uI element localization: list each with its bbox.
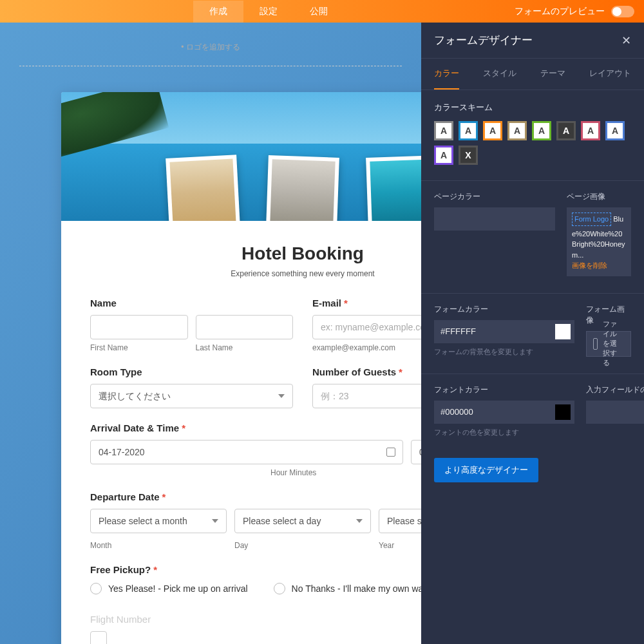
email-label: E-mail* — [312, 298, 421, 308]
departure-label: Departure Date* — [90, 491, 421, 502]
page-image-preview[interactable]: Form Logo Blue%20White%20Bright%20Honeym… — [567, 207, 631, 276]
nav-settings[interactable]: 設定 — [243, 1, 294, 23]
color-swatch[interactable]: A — [483, 121, 502, 140]
form-body: Hotel Booking Experience something new e… — [61, 221, 421, 644]
color-swatch[interactable]: X — [459, 146, 478, 165]
guests-input[interactable] — [312, 384, 421, 408]
color-swatch[interactable]: A — [532, 121, 551, 140]
color-swatch[interactable]: A — [581, 121, 600, 140]
email-input[interactable] — [312, 315, 421, 339]
last-name-sublabel: Last Name — [196, 343, 294, 352]
preview-toggle[interactable] — [611, 6, 634, 17]
nav-build[interactable]: 作成 — [193, 1, 243, 23]
tab-color[interactable]: カラー — [434, 59, 459, 90]
dep-year-select[interactable]: Please select a year — [379, 509, 421, 533]
hero-photo — [166, 155, 240, 221]
select-file-button[interactable]: ファイルを選択する — [586, 331, 631, 357]
last-name-input[interactable] — [196, 315, 294, 339]
hero-photo — [266, 155, 339, 221]
image-placeholder-icon: Form Logo — [572, 213, 611, 226]
tab-style[interactable]: スタイル — [483, 59, 516, 90]
dep-day-select[interactable]: Please select a day — [234, 509, 371, 533]
designer-panel: フォームデザイナー ✕ カラー スタイル テーマ レイアウト カラースキーム A… — [421, 23, 644, 644]
form-color-hint: フォームの背景色を変更します — [434, 347, 574, 357]
nav-publish[interactable]: 公開 — [294, 1, 344, 23]
color-swatch[interactable]: A — [556, 121, 576, 140]
hero-banner — [61, 92, 421, 221]
first-name-input[interactable] — [90, 315, 188, 339]
pickup-yes-option[interactable]: Yes Please! - Pick me up on arrival — [90, 583, 248, 594]
dep-year-sub: Year — [379, 541, 421, 550]
color-swatch[interactable]: A — [434, 121, 453, 140]
close-icon[interactable]: ✕ — [621, 33, 631, 48]
dep-month-select[interactable]: Please select a month — [90, 509, 227, 533]
input-bg-label: 入力フィールドの背景 — [586, 384, 644, 395]
dep-day-sub: Day — [234, 541, 371, 550]
advanced-designer-button[interactable]: より高度なデザイナー — [434, 458, 538, 482]
font-color-hint: フォントの色を変更します — [434, 428, 574, 437]
color-chip — [555, 324, 571, 339]
guests-label: Number of Guests* — [312, 366, 421, 377]
preview-label: フォームのプレビュー — [515, 6, 605, 17]
swatch-grid: AAAAAAAAAX — [434, 121, 631, 165]
radio-icon — [90, 583, 102, 594]
color-chip — [555, 404, 571, 420]
image-icon — [593, 338, 598, 350]
arrival-time-input[interactable] — [411, 440, 421, 464]
canvas: • ロゴを追加する Hotel Booking Experience somet… — [0, 23, 421, 644]
email-hint: example@example.com — [312, 343, 421, 352]
room-type-select[interactable]: 選択してください — [90, 384, 293, 408]
form-color-label: フォームカラー — [434, 304, 574, 315]
arrival-date-input[interactable] — [90, 440, 403, 464]
color-swatch[interactable]: A — [434, 146, 453, 165]
arrival-label: Arrival Date & Time* — [90, 422, 421, 433]
color-swatch[interactable]: A — [605, 121, 625, 140]
first-name-sublabel: First Name — [90, 343, 188, 352]
room-type-label: Room Type — [90, 366, 293, 377]
radio-icon — [274, 583, 285, 594]
pickup-label: Free Pickup?* — [90, 564, 421, 575]
font-color-label: フォントカラー — [434, 384, 574, 395]
page-color-label: ページカラー — [434, 191, 555, 202]
time-hint: Hour Minutes — [270, 468, 421, 477]
topbar-nav: 作成 設定 公開 — [193, 1, 344, 23]
flight-number-label: Flight Number — [90, 614, 421, 625]
tab-layout[interactable]: レイアウト — [589, 59, 631, 90]
panel-title: フォームデザイナー — [434, 33, 533, 48]
flight-number-input[interactable] — [90, 631, 107, 644]
pickup-no-option[interactable]: No Thanks - I'll make my own way — [274, 583, 421, 594]
input-bg-input[interactable] — [586, 401, 644, 424]
color-swatch[interactable]: A — [507, 121, 527, 140]
form-subtitle: Experience something new every moment — [90, 269, 421, 278]
hero-photo — [366, 155, 421, 221]
form-card: Hotel Booking Experience something new e… — [61, 92, 421, 644]
add-logo-hint[interactable]: • ロゴを追加する — [19, 23, 402, 66]
color-scheme-label: カラースキーム — [434, 102, 631, 113]
tab-theme[interactable]: テーマ — [540, 59, 565, 90]
topbar: 作成 設定 公開 フォームのプレビュー — [0, 0, 644, 23]
form-color-input[interactable] — [434, 320, 574, 343]
form-title: Hotel Booking — [90, 243, 421, 264]
color-swatch[interactable]: A — [459, 121, 478, 140]
dep-month-sub: Month — [90, 541, 227, 550]
remove-image-link[interactable]: 画像を削除 — [572, 261, 607, 269]
page-image-label: ページ画像 — [567, 191, 631, 202]
font-color-input[interactable] — [434, 401, 574, 424]
topbar-right: フォームのプレビュー — [515, 6, 644, 17]
calendar-icon[interactable] — [386, 448, 395, 457]
name-label: Name — [90, 298, 293, 308]
page-color-input[interactable] — [434, 207, 555, 231]
